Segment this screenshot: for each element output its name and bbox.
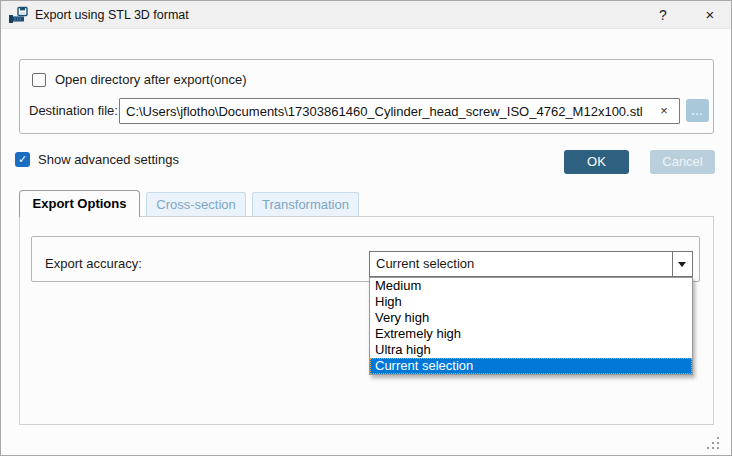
ok-button[interactable]: OK [564, 150, 629, 174]
dropdown-item-high[interactable]: High [370, 294, 692, 310]
open-directory-label: Open directory after export(once) [55, 72, 246, 88]
dropdown-item-current-selection[interactable]: Current selection [370, 358, 692, 374]
checkmark-icon: ✓ [18, 153, 27, 165]
help-button[interactable]: ? [647, 1, 679, 29]
open-directory-checkbox[interactable] [32, 73, 46, 87]
dropdown-item-medium[interactable]: Medium [370, 278, 692, 294]
dropdown-item-extremely-high[interactable]: Extremely high [370, 326, 692, 342]
tab-transformation[interactable]: Transformation [252, 192, 359, 216]
window-title: Export using STL 3D format [35, 1, 189, 29]
clear-input-icon[interactable]: × [651, 98, 677, 124]
combobox-value: Current selection [376, 252, 474, 276]
dropdown-item-very-high[interactable]: Very high [370, 310, 692, 326]
show-advanced-checkbox[interactable]: ✓ [15, 152, 30, 167]
tab-export-options[interactable]: Export Options [19, 190, 140, 217]
resize-grip[interactable] [707, 437, 709, 439]
cancel-button[interactable]: Cancel [650, 150, 715, 174]
close-button[interactable]: × [691, 1, 729, 29]
show-advanced-label: Show advanced settings [38, 152, 179, 168]
dropdown-item-ultra-high[interactable]: Ultra high [370, 342, 692, 358]
title-bar: Export using STL 3D format ? × [1, 1, 732, 29]
destination-file-label: Destination file: [29, 98, 118, 124]
stl-export-icon [8, 6, 28, 26]
chevron-down-icon [678, 262, 686, 267]
export-accuracy-combobox[interactable]: Current selection [369, 251, 693, 277]
destination-file-input[interactable] [119, 98, 680, 124]
tab-cross-section[interactable]: Cross-section [146, 192, 246, 216]
combobox-dropdown-button[interactable] [672, 252, 692, 276]
browse-button[interactable]: ... [686, 99, 709, 122]
accuracy-dropdown-list: Medium High Very high Extremely high Ult… [369, 277, 693, 375]
export-accuracy-label: Export accuracy: [45, 251, 142, 277]
export-stl-dialog: Export using STL 3D format ? × Open dire… [0, 0, 732, 456]
